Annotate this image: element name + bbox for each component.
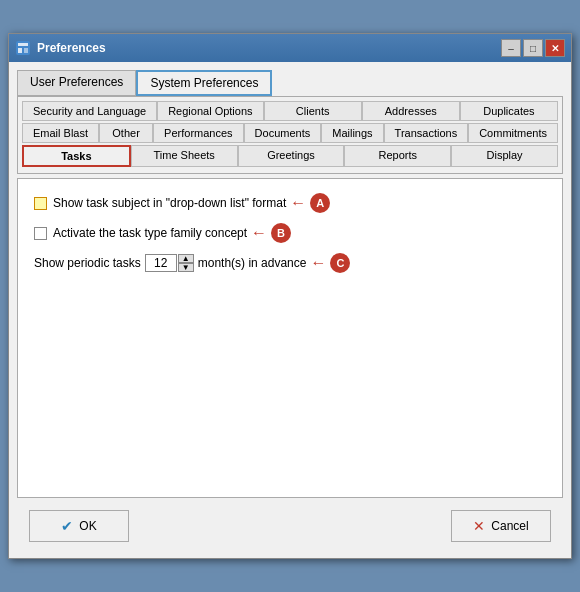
tab-regional-options[interactable]: Regional Options xyxy=(157,101,263,121)
preferences-window: Preferences – □ ✕ User Preferences Syste… xyxy=(8,33,572,559)
ok-icon: ✔ xyxy=(61,518,73,534)
content-area: Show task subject in "drop-down list" fo… xyxy=(17,178,563,498)
window-icon xyxy=(15,40,31,56)
tab-duplicates[interactable]: Duplicates xyxy=(460,101,558,121)
tab-performances[interactable]: Performances xyxy=(153,123,243,143)
maximize-button[interactable]: □ xyxy=(523,39,543,57)
tab-display[interactable]: Display xyxy=(451,145,558,167)
checkbox-option-b[interactable] xyxy=(34,227,47,240)
option-row-c: Show periodic tasks ▲ ▼ month(s) in adva… xyxy=(34,253,546,273)
window-content: User Preferences System Preferences Secu… xyxy=(9,62,571,558)
svg-rect-2 xyxy=(18,48,22,53)
periodic-tasks-suffix: month(s) in advance xyxy=(198,256,307,270)
option-row-b: Activate the task type family concept ← … xyxy=(34,223,546,243)
periodic-tasks-spinbox: ▲ ▼ xyxy=(145,254,194,272)
sub-tabs-row-2: Email Blast Other Performances Documents… xyxy=(22,123,558,143)
tab-user-preferences[interactable]: User Preferences xyxy=(17,70,136,96)
sub-tabs-row-3: Tasks Time Sheets Greetings Reports Disp… xyxy=(22,145,558,167)
arrow-b: ← xyxy=(251,224,267,242)
window-title: Preferences xyxy=(37,41,501,55)
tab-transactions[interactable]: Transactions xyxy=(384,123,469,143)
annotation-b: B xyxy=(271,223,291,243)
tab-time-sheets[interactable]: Time Sheets xyxy=(131,145,238,167)
annotation-a: A xyxy=(310,193,330,213)
ok-label: OK xyxy=(79,519,96,533)
option-a-label: Show task subject in "drop-down list" fo… xyxy=(53,196,286,210)
tab-greetings[interactable]: Greetings xyxy=(238,145,345,167)
tab-system-preferences[interactable]: System Preferences xyxy=(136,70,272,96)
bottom-bar: ✔ OK ✕ Cancel xyxy=(17,502,563,550)
sub-tabs-container: Security and Language Regional Options C… xyxy=(17,96,563,174)
spinbox-buttons: ▲ ▼ xyxy=(178,254,194,272)
cancel-label: Cancel xyxy=(491,519,528,533)
ok-button[interactable]: ✔ OK xyxy=(29,510,129,542)
close-button[interactable]: ✕ xyxy=(545,39,565,57)
sub-tabs-row-1: Security and Language Regional Options C… xyxy=(22,101,558,121)
svg-rect-1 xyxy=(18,43,28,46)
periodic-tasks-input[interactable] xyxy=(145,254,177,272)
spin-up-button[interactable]: ▲ xyxy=(178,254,194,263)
tab-security-language[interactable]: Security and Language xyxy=(22,101,157,121)
tab-other[interactable]: Other xyxy=(99,123,153,143)
title-bar: Preferences – □ ✕ xyxy=(9,34,571,62)
tab-commitments[interactable]: Commitments xyxy=(468,123,558,143)
window-controls: – □ ✕ xyxy=(501,39,565,57)
option-row-a: Show task subject in "drop-down list" fo… xyxy=(34,193,546,213)
cancel-icon: ✕ xyxy=(473,518,485,534)
tab-addresses[interactable]: Addresses xyxy=(362,101,460,121)
checkbox-option-a[interactable] xyxy=(34,197,47,210)
tab-clients[interactable]: Clients xyxy=(264,101,362,121)
minimize-button[interactable]: – xyxy=(501,39,521,57)
periodic-tasks-label: Show periodic tasks xyxy=(34,256,141,270)
tab-reports[interactable]: Reports xyxy=(344,145,451,167)
tab-email-blast[interactable]: Email Blast xyxy=(22,123,99,143)
cancel-button[interactable]: ✕ Cancel xyxy=(451,510,551,542)
svg-rect-3 xyxy=(24,48,28,53)
arrow-c: ← xyxy=(310,254,326,272)
spin-down-button[interactable]: ▼ xyxy=(178,263,194,272)
tab-tasks[interactable]: Tasks xyxy=(22,145,131,167)
arrow-a: ← xyxy=(290,194,306,212)
tab-documents[interactable]: Documents xyxy=(244,123,322,143)
option-b-label: Activate the task type family concept xyxy=(53,226,247,240)
main-tabs: User Preferences System Preferences xyxy=(17,70,563,96)
tab-mailings[interactable]: Mailings xyxy=(321,123,383,143)
annotation-c: C xyxy=(330,253,350,273)
